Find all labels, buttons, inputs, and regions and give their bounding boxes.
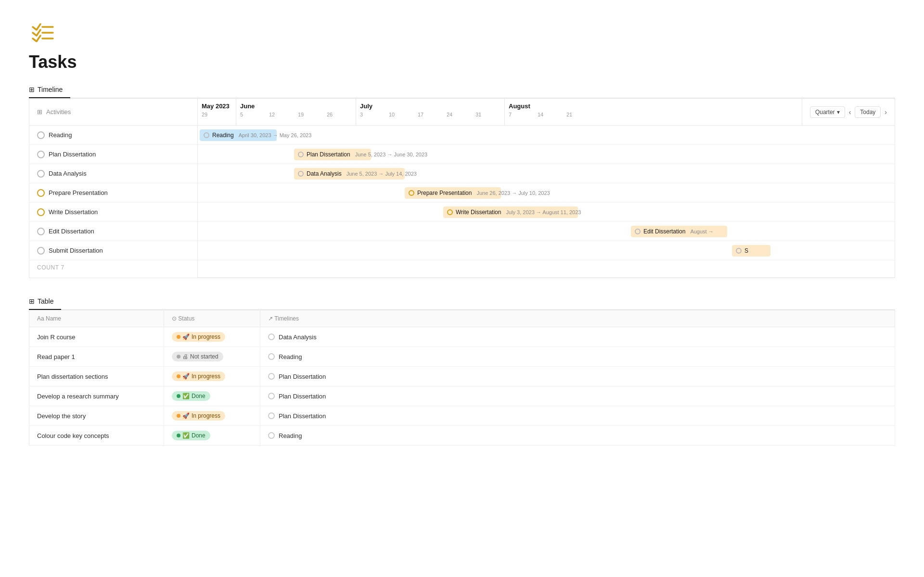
timeline-task-prepare[interactable]: Prepare Presentation (29, 183, 197, 203)
month-june: June 5 12 19 26 (236, 99, 356, 125)
next-button[interactable]: › (885, 108, 887, 116)
timeline-task-write[interactable]: Write Dissertation (29, 203, 197, 222)
bar-reading[interactable]: Reading April 30, 2023 → May 26, 2023 (200, 129, 277, 141)
status-icon: 🚀 (182, 373, 190, 380)
status-text: Done (192, 432, 205, 439)
month-label-august: August (509, 103, 802, 110)
week-7: 7 (509, 112, 538, 117)
cell-status: 🚀 In progress (164, 406, 260, 426)
col-header-status[interactable]: ⊙ Status (164, 310, 260, 327)
table-row[interactable]: Colour code key concepts ✅ Done Reading (29, 426, 895, 446)
timeline-dot (268, 393, 275, 399)
table-row[interactable]: Read paper 1 🖨 Not started Reading (29, 347, 895, 367)
bar-submit[interactable]: S (732, 245, 770, 256)
gantt-count-row (198, 260, 895, 278)
timeline-task-submit[interactable]: Submit Dissertation (29, 241, 197, 260)
timeline-text: Reading (279, 353, 302, 360)
bar-circle (635, 229, 641, 234)
bar-label: S (744, 247, 748, 254)
table-row[interactable]: Develop the story 🚀 In progress Plan Dis… (29, 406, 895, 426)
row-name-text: Plan dissertation sections (37, 373, 108, 380)
table-row[interactable]: Join R course 🚀 In progress Data Analysi… (29, 327, 895, 347)
today-button[interactable]: Today (855, 106, 881, 118)
table-tab-icon: ⊞ (29, 297, 35, 305)
cell-timeline: Data Analysis (260, 327, 895, 347)
table-header-row: Aa Name ⊙ Status ↗ Timelines (29, 310, 895, 327)
prev-button[interactable]: ‹ (849, 108, 851, 116)
status-dot (177, 335, 180, 339)
row-name-text: Read paper 1 (37, 353, 75, 360)
month-may: May 2023 29 (198, 99, 236, 125)
cell-name: Colour code key concepts (29, 426, 164, 446)
task-name: Write Dissertation (49, 208, 98, 216)
bar-circle (447, 209, 453, 215)
cell-name: Join R course (29, 327, 164, 347)
bar-circle (298, 152, 304, 157)
chevron-down-icon: ▾ (837, 109, 840, 115)
today-label: Today (860, 109, 875, 115)
bar-plan[interactable]: Plan Dissertation June 5, 2023 → June 30… (294, 149, 371, 160)
timeline-text: Data Analysis (279, 333, 317, 341)
timeline-tab-icon: ⊞ (29, 86, 35, 93)
bar-prepare[interactable]: Prepare Presentation June 26, 2023 → Jul… (405, 187, 501, 199)
table-row[interactable]: Plan dissertation sections 🚀 In progress… (29, 367, 895, 386)
week-26: 26 (327, 112, 356, 117)
row-name-text: Develop the story (37, 412, 86, 420)
timeline-dot (268, 333, 275, 340)
week-10: 10 (389, 112, 418, 117)
col-label-timelines: Timelines (274, 315, 299, 322)
bar-data[interactable]: Data Analysis June 5, 2023 → July 14, 20… (294, 168, 405, 180)
status-dot (177, 374, 180, 378)
status-dot (177, 394, 180, 398)
timeline-task-reading[interactable]: Reading (29, 126, 197, 145)
cell-name: Plan dissertation sections (29, 367, 164, 386)
task-name: Submit Dissertation (49, 247, 103, 254)
month-july: July 3 10 17 24 31 (356, 99, 505, 125)
col-header-timelines[interactable]: ↗ Timelines (260, 310, 895, 327)
task-name: Edit Dissertation (49, 228, 94, 235)
quarter-button[interactable]: Quarter ▾ (810, 106, 845, 118)
week-5: 5 (240, 112, 269, 117)
cell-status: 🖨 Not started (164, 347, 260, 367)
gantt-rows: Reading April 30, 2023 → May 26, 2023 Pl… (198, 126, 895, 278)
bar-edit[interactable]: Edit Dissertation August → (631, 226, 727, 237)
timeline-task-edit[interactable]: Edit Dissertation (29, 222, 197, 241)
timeline-dot (268, 353, 275, 360)
status-badge: 🚀 In progress (172, 332, 225, 342)
count-label: COUNT (37, 264, 59, 271)
timeline-task-data[interactable]: Data Analysis (29, 164, 197, 183)
bar-label: Reading (212, 132, 234, 139)
table-tab-label: Table (38, 297, 53, 305)
col-icon-timelines: ↗ (268, 315, 273, 322)
data-table: Aa Name ⊙ Status ↗ Timelines (29, 310, 895, 446)
timeline-dot (268, 412, 275, 419)
bar-label: Write Dissertation (456, 209, 501, 216)
tab-timeline[interactable]: ⊞ Timeline (29, 82, 70, 98)
page-container: Tasks ⊞ Timeline ⊞ Activities Reading Pl… (0, 0, 924, 465)
timeline-text: Plan Dissertation (279, 373, 326, 380)
table-row[interactable]: Develop a research summary ✅ Done Plan D… (29, 386, 895, 406)
task-circle (37, 131, 45, 139)
gantt-row-edit: Edit Dissertation August → (198, 222, 895, 241)
col-header-name[interactable]: Aa Name (29, 310, 164, 327)
timeline-tabs: ⊞ Timeline (29, 82, 895, 98)
gantt-row-data: Data Analysis June 5, 2023 → July 14, 20… (198, 164, 895, 183)
timeline-dot (268, 432, 275, 439)
task-circle (37, 170, 45, 178)
status-dot (177, 414, 180, 418)
status-icon: ✅ (182, 432, 190, 439)
timeline-task-plan[interactable]: Plan Dissertation (29, 145, 197, 164)
task-circle (37, 151, 45, 158)
bar-write[interactable]: Write Dissertation July 3, 2023 → August… (443, 206, 578, 218)
tab-table[interactable]: ⊞ Table (29, 294, 61, 310)
status-icon: 🖨 (182, 353, 188, 360)
gantt-row-submit: S (198, 241, 895, 260)
week-label: 29 (202, 112, 231, 117)
task-name: Data Analysis (49, 170, 87, 177)
timeline-dot (268, 373, 275, 380)
week-17: 17 (418, 112, 447, 117)
cell-timeline: Reading (260, 426, 895, 446)
week-12: 12 (269, 112, 298, 117)
timeline-tab-label: Timeline (38, 86, 63, 93)
status-badge: ✅ Done (172, 431, 210, 440)
